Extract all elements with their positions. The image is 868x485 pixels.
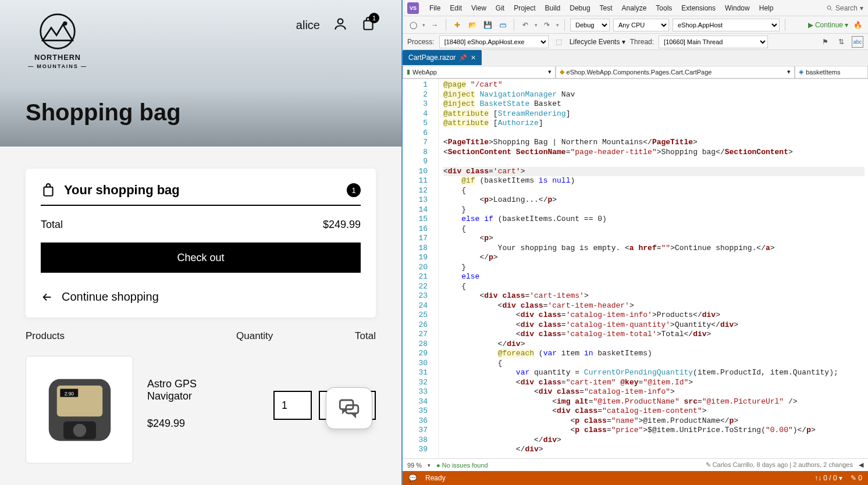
- status-navigation[interactable]: ↑↓ 0 / 0 ▾: [814, 474, 842, 482]
- status-output-icon[interactable]: 💬: [408, 474, 417, 482]
- code-line-35[interactable]: <div class="catalog-item-content">: [443, 406, 865, 416]
- menu-tools[interactable]: Tools: [651, 2, 677, 15]
- code-line-30[interactable]: {: [443, 359, 865, 369]
- code-line-36[interactable]: <p class="name">@item.ProductName</p>: [443, 416, 865, 426]
- code-line-14[interactable]: }: [443, 205, 865, 215]
- abc-button[interactable]: abc: [852, 36, 863, 48]
- menu-file[interactable]: File: [425, 2, 445, 15]
- redo-button[interactable]: ↷: [541, 19, 553, 31]
- nav-member[interactable]: ◈basketItems: [795, 66, 868, 79]
- code-line-22[interactable]: {: [443, 282, 865, 292]
- platform-dropdown[interactable]: Any CPU: [613, 19, 669, 31]
- scroll-left-icon[interactable]: ◀: [859, 461, 863, 469]
- code-line-5[interactable]: @attribute [Authorize]: [443, 119, 865, 129]
- code-line-33[interactable]: <div class="catalog-item-info">: [443, 387, 865, 397]
- menu-git[interactable]: Git: [491, 2, 509, 15]
- code-line-1[interactable]: @page "/cart": [443, 80, 865, 90]
- menu-help[interactable]: Help: [755, 2, 778, 15]
- startup-project-dropdown[interactable]: eShop.AppHost: [673, 19, 780, 31]
- account-icon[interactable]: [333, 16, 348, 34]
- code-line-21[interactable]: else: [443, 272, 865, 282]
- code-line-4[interactable]: @attribute [StreamRendering]: [443, 109, 865, 119]
- pin-icon[interactable]: 📌: [459, 54, 467, 62]
- code-line-29[interactable]: @foreach (var item in basketItems): [443, 349, 865, 359]
- product-image[interactable]: 2:90: [26, 356, 133, 463]
- navigation-bar: ▮WebApp▾ ◆eShop.WebApp.Components.Pages.…: [403, 65, 868, 79]
- code-line-3[interactable]: @inject BasketState Basket: [443, 99, 865, 109]
- undo-button[interactable]: ↶: [520, 19, 531, 31]
- svg-point-1: [63, 22, 67, 26]
- code-line-10[interactable]: <div class='cart'>: [443, 167, 865, 177]
- code-body[interactable]: @page "/cart"@inject NavigationManager N…: [439, 79, 868, 458]
- new-item-button[interactable]: ✚: [451, 19, 463, 31]
- code-line-17[interactable]: <p>: [443, 234, 865, 244]
- close-icon[interactable]: ✕: [471, 54, 476, 62]
- total-label: Total: [41, 219, 63, 231]
- nav-project[interactable]: ▮WebApp▾: [403, 66, 556, 79]
- menu-project[interactable]: Project: [509, 2, 540, 15]
- code-line-13[interactable]: <p>Loading...</p>: [443, 195, 865, 205]
- code-line-25[interactable]: <div class='catalog-item-info'>Products<…: [443, 311, 865, 320]
- code-line-9[interactable]: [443, 157, 865, 167]
- file-tab-cartpage[interactable]: CartPage.razor 📌 ✕: [403, 50, 482, 65]
- code-line-2[interactable]: @inject NavigationManager Nav: [443, 90, 865, 100]
- code-line-7[interactable]: <PageTitle>Shopping Bag | Northern Mount…: [443, 138, 865, 148]
- open-button[interactable]: 📂: [467, 19, 478, 31]
- code-line-6[interactable]: [443, 129, 865, 138]
- stackframe-icon[interactable]: ⇅: [835, 36, 847, 48]
- lifecycle-label[interactable]: Lifecycle Events ▾: [570, 38, 625, 46]
- forward-button[interactable]: →: [429, 19, 440, 31]
- save-all-button[interactable]: 🗃: [497, 19, 508, 31]
- code-line-23[interactable]: <div class='cart-items'>: [443, 291, 865, 301]
- zoom-level[interactable]: 99 %: [407, 462, 422, 469]
- menu-window[interactable]: Window: [720, 2, 755, 15]
- flag-icon[interactable]: ⚑: [819, 36, 831, 48]
- code-line-20[interactable]: }: [443, 263, 865, 273]
- issues-status[interactable]: ● No issues found: [436, 462, 488, 469]
- chat-button[interactable]: [326, 387, 372, 429]
- code-line-38[interactable]: </div>: [443, 436, 865, 445]
- bag-icon[interactable]: 1: [361, 16, 376, 34]
- code-line-24[interactable]: <div class='cart-item-header'>: [443, 301, 865, 311]
- code-line-8[interactable]: <SectionContent SectionName="page-header…: [443, 148, 865, 158]
- lifecycle-icon[interactable]: ⬚: [553, 36, 565, 48]
- code-line-28[interactable]: </div>: [443, 340, 865, 350]
- code-line-32[interactable]: <div class="cart-item" @key="@item.Id">: [443, 378, 865, 388]
- menu-analyze[interactable]: Analyze: [617, 2, 652, 15]
- code-line-39[interactable]: </div>: [443, 445, 865, 455]
- codelens-blame[interactable]: ✎ Carlos Carrillo, 8 days ago | 2 author…: [706, 461, 853, 469]
- menu-test[interactable]: Test: [595, 2, 617, 15]
- code-line-31[interactable]: var quantity = CurrentOrPendingQuantity(…: [443, 368, 865, 378]
- code-editor[interactable]: 1234567891011121314151617181920212223242…: [403, 79, 868, 458]
- status-errors[interactable]: ✎ 0: [851, 474, 862, 482]
- continue-button[interactable]: ▶ Continue ▾: [808, 21, 848, 29]
- main-toolbar: ◯▾ → ✚ 📂 💾 🗃 ↶▾ ↷▾ Debug Any CPU eShop.A…: [403, 16, 868, 34]
- menu-extensions[interactable]: Extensions: [677, 2, 720, 15]
- search-box[interactable]: Search ▾: [826, 4, 863, 12]
- hot-reload-button[interactable]: 🔥: [852, 19, 863, 31]
- menu-debug[interactable]: Debug: [565, 2, 595, 15]
- code-line-15[interactable]: else if (basketItems.Count == 0): [443, 215, 865, 224]
- config-dropdown[interactable]: Debug: [570, 19, 610, 31]
- code-line-11[interactable]: @if (basketItems is null): [443, 176, 865, 186]
- menu-build[interactable]: Build: [540, 2, 565, 15]
- save-button[interactable]: 💾: [482, 19, 493, 31]
- code-line-18[interactable]: Your shopping bag is empty. <a href="">C…: [443, 244, 865, 254]
- continue-shopping-link[interactable]: Continue shopping: [41, 290, 361, 304]
- code-line-16[interactable]: {: [443, 224, 865, 234]
- process-dropdown[interactable]: [18480] eShop.AppHost.exe: [439, 35, 549, 48]
- nav-scope[interactable]: ◆eShop.WebApp.Components.Pages.Cart.Cart…: [556, 66, 795, 79]
- menu-edit[interactable]: Edit: [445, 2, 467, 15]
- svg-text:2:90: 2:90: [64, 390, 74, 396]
- thread-dropdown[interactable]: [10660] Main Thread: [659, 35, 768, 48]
- quantity-input[interactable]: [273, 391, 312, 420]
- code-line-27[interactable]: <div class='catalog-item-total'>Total</d…: [443, 330, 865, 340]
- code-line-26[interactable]: <div class='catalog-item-quantity'>Quant…: [443, 320, 865, 330]
- code-line-34[interactable]: <img alt="@item.ProductName" src="@item.…: [443, 397, 865, 407]
- back-button[interactable]: ◯: [407, 19, 419, 31]
- checkout-button[interactable]: Check out: [41, 243, 361, 273]
- code-line-12[interactable]: {: [443, 186, 865, 196]
- menu-view[interactable]: View: [467, 2, 491, 15]
- code-line-37[interactable]: <p class="price">$@item.UnitPrice.ToStri…: [443, 426, 865, 436]
- code-line-19[interactable]: </p>: [443, 253, 865, 263]
